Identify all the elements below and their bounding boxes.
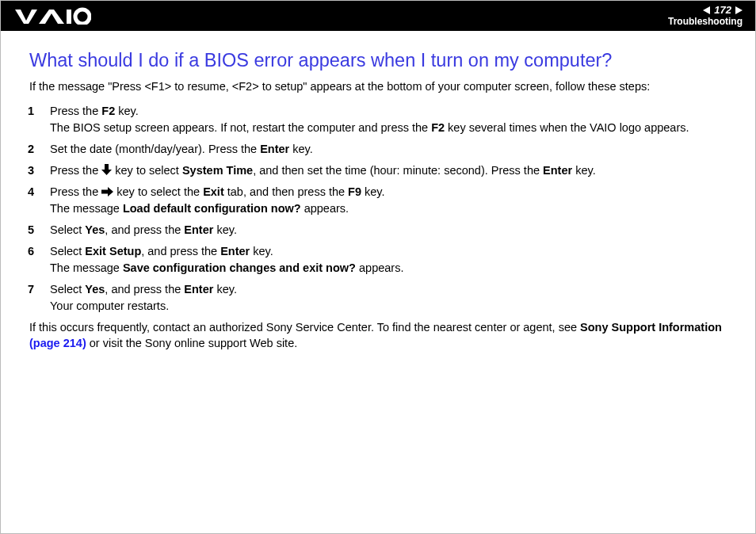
- text-run: appears.: [356, 261, 403, 274]
- text-run: Press the: [50, 164, 101, 177]
- steps-list: 1Press the F2 key.The BIOS setup screen …: [28, 103, 733, 315]
- text-run: Set the date (month/day/year). Press the: [50, 143, 260, 155]
- bold-text: F9: [348, 185, 361, 198]
- text-run: Press the: [50, 105, 101, 117]
- text-run: key several times when the VAIO logo app…: [445, 121, 689, 134]
- step-item: 1Press the F2 key.The BIOS setup screen …: [28, 103, 733, 136]
- step-item: 4Press the key to select the Exit tab, a…: [28, 184, 733, 217]
- text-run: Select: [50, 223, 85, 236]
- page-nav: 172: [703, 5, 743, 16]
- text-run: key.: [213, 283, 237, 296]
- step-body: Press the key to select the Exit tab, an…: [50, 184, 733, 217]
- page-link[interactable]: (page 214): [29, 337, 86, 349]
- text-run: tab, and then press the: [224, 185, 348, 198]
- prev-page-icon[interactable]: [703, 6, 710, 14]
- intro-text: If the message "Press <F1> to resume, <F…: [29, 79, 733, 95]
- section-label: Troubleshooting: [668, 17, 743, 27]
- step-body: Select Exit Setup, and press the Enter k…: [50, 243, 733, 277]
- bold-text: Exit: [203, 185, 224, 198]
- step-item: 5Select Yes, and press the Enter key.: [28, 222, 733, 238]
- text-run: key.: [115, 105, 139, 117]
- step-item: 3Press the key to select System Time, an…: [28, 162, 733, 179]
- step-body: Select Yes, and press the Enter key.Your…: [50, 281, 733, 315]
- arrow-down-icon: [101, 164, 112, 175]
- step-number: 4: [28, 184, 50, 200]
- step-item: 7Select Yes, and press the Enter key.You…: [28, 281, 733, 315]
- step-number: 5: [28, 222, 50, 238]
- text-run: key.: [361, 185, 385, 198]
- text-run: key.: [213, 223, 237, 236]
- text-run: Press the: [50, 185, 101, 198]
- text-run: The BIOS setup screen appears. If not, r…: [50, 121, 431, 134]
- header-bar: 172 Troubleshooting: [1, 1, 755, 31]
- vaio-logo-svg: [15, 7, 91, 25]
- bold-text: Enter: [220, 245, 250, 257]
- text-run: Select: [50, 245, 85, 257]
- bold-text: Enter: [260, 143, 289, 155]
- step-number: 7: [28, 281, 50, 298]
- step-body: Set the date (month/day/year). Press the…: [50, 141, 733, 158]
- header-right: 172 Troubleshooting: [668, 5, 743, 27]
- vaio-logo: [15, 7, 91, 25]
- text-run: , and press the: [105, 223, 184, 236]
- footer-bold: Sony Support Information: [580, 321, 722, 334]
- step-number: 1: [28, 103, 50, 120]
- page-container: 172 Troubleshooting What should I do if …: [0, 0, 756, 534]
- text-run: , and press the: [141, 245, 220, 257]
- next-page-icon[interactable]: [735, 6, 743, 14]
- bold-text: F2: [431, 121, 445, 134]
- step-body: Select Yes, and press the Enter key.: [50, 222, 733, 238]
- footer-pre: If this occurs frequently, contact an au…: [29, 321, 580, 334]
- bold-text: Enter: [184, 283, 213, 296]
- text-run: key.: [572, 164, 596, 177]
- arrow-right-icon: [101, 187, 113, 196]
- step-item: 2Set the date (month/day/year). Press th…: [28, 141, 733, 158]
- footer-post: or visit the Sony online support Web sit…: [86, 337, 298, 349]
- step-number: 3: [28, 162, 50, 179]
- bold-text: Enter: [543, 164, 572, 177]
- text-run: The message: [50, 261, 123, 274]
- bold-text: Save configuration changes and exit now?: [123, 261, 356, 274]
- text-run: The message: [50, 202, 123, 215]
- step-number: 2: [28, 141, 50, 158]
- footer-note: If this occurs frequently, contact an au…: [29, 319, 733, 352]
- step-body: Press the key to select System Time, and…: [50, 162, 733, 179]
- text-run: key.: [289, 143, 313, 155]
- bold-text: Exit Setup: [85, 245, 141, 257]
- svg-point-1: [75, 10, 90, 24]
- bold-text: Yes: [85, 283, 105, 296]
- text-run: Select: [50, 283, 85, 296]
- text-run: key.: [250, 245, 273, 257]
- bold-text: Load default configuration now?: [123, 202, 301, 215]
- text-run: , and press the: [105, 283, 184, 296]
- svg-rect-0: [67, 10, 71, 24]
- text-run: Your computer restarts.: [50, 299, 169, 312]
- text-run: key to select the: [113, 185, 203, 198]
- step-body: Press the F2 key.The BIOS setup screen a…: [50, 103, 733, 136]
- step-number: 6: [28, 243, 50, 260]
- bold-text: Enter: [184, 223, 213, 236]
- content-area: What should I do if a BIOS error appears…: [1, 31, 755, 351]
- page-number: 172: [714, 5, 731, 16]
- step-item: 6Select Exit Setup, and press the Enter …: [28, 243, 733, 277]
- page-title: What should I do if a BIOS error appears…: [29, 50, 733, 71]
- bold-text: System Time: [182, 164, 253, 177]
- text-run: key to select: [112, 164, 182, 177]
- text-run: appears.: [301, 202, 349, 215]
- bold-text: F2: [101, 105, 115, 117]
- text-run: , and then set the time (hour: minute: s…: [253, 164, 543, 177]
- bold-text: Yes: [85, 223, 105, 236]
